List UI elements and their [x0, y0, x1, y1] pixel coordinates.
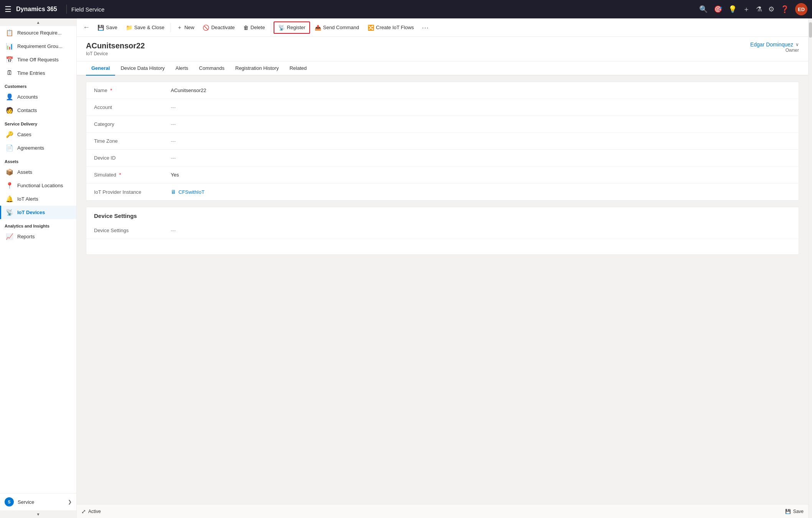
value-category[interactable]: --- [171, 121, 791, 127]
sidebar-item-iot-devices[interactable]: 📡 IoT Devices [0, 206, 76, 219]
settings-icon[interactable]: ⚙ [768, 5, 774, 13]
deactivate-icon: 🚫 [203, 25, 209, 31]
sidebar-item-label: Agreements [17, 145, 44, 151]
sidebar-item-label: Contacts [17, 107, 37, 113]
tab-related[interactable]: Related [284, 61, 312, 76]
more-options-button[interactable]: ⋯ [419, 21, 432, 34]
lightbulb-icon[interactable]: 💡 [728, 5, 737, 13]
contacts-icon: 🧑 [6, 107, 13, 114]
tab-registration-history[interactable]: Registration History [230, 61, 284, 76]
sidebar-item-resource-req[interactable]: 📋 Resource Require... [0, 26, 76, 40]
owner-name[interactable]: Edgar Dominquez [750, 41, 793, 48]
scroll-thumb[interactable] [809, 22, 812, 38]
form-row-category: Category --- [86, 116, 799, 133]
sidebar-item-functional-locations[interactable]: 📍 Functional Locations [0, 179, 76, 192]
sidebar-item-label: Time Entries [17, 70, 45, 76]
sidebar-item-label: Requirement Grou... [17, 43, 63, 49]
sidebar-item-service-label: Service [18, 499, 34, 505]
sidebar-item-cases[interactable]: 🔑 Cases [0, 128, 76, 141]
nav-icons: 🔍 🎯 💡 ＋ ⚗ ⚙ ❓ ED [699, 3, 807, 15]
form-row-account: Account --- [86, 99, 799, 116]
add-icon[interactable]: ＋ [743, 5, 750, 14]
functional-locations-icon: 📍 [6, 182, 13, 189]
sidebar-item-time-entries[interactable]: 🗓 Time Entries [0, 66, 76, 79]
sidebar-item-iot-alerts[interactable]: 🔔 IoT Alerts [0, 192, 76, 206]
sidebar-item-label: IoT Alerts [17, 196, 38, 202]
value-account[interactable]: --- [171, 104, 791, 110]
cases-icon: 🔑 [6, 131, 13, 138]
hamburger-menu-icon[interactable]: ☰ [5, 5, 12, 14]
label-name: Name * [94, 87, 171, 93]
app-name: Field Service [71, 6, 105, 13]
value-name[interactable]: ACunitsensor22 [171, 87, 791, 93]
search-icon[interactable]: 🔍 [699, 5, 708, 13]
form-area: Name * ACunitsensor22 Account --- Catego… [77, 76, 808, 504]
sidebar-item-label: IoT Devices [17, 210, 45, 215]
deactivate-button[interactable]: 🚫 Deactivate [199, 22, 238, 33]
delete-button[interactable]: 🗑 Delete [239, 22, 269, 33]
sidebar-item-accounts[interactable]: 👤 Accounts [0, 90, 76, 104]
required-indicator-name: * [110, 87, 112, 93]
label-device-settings: Device Settings [94, 228, 171, 233]
create-iot-flows-button[interactable]: 🔀 Create IoT Flows [364, 22, 418, 33]
sidebar-scroll-down[interactable]: ▼ [0, 510, 76, 518]
label-timezone: Time Zone [94, 138, 171, 144]
value-timezone[interactable]: --- [171, 138, 791, 144]
sidebar-item-assets[interactable]: 📦 Assets [0, 165, 76, 179]
owner-chevron-icon[interactable]: ∨ [795, 42, 799, 47]
sidebar-scroll-up[interactable]: ▲ [0, 18, 76, 26]
resource-req-icon: 📋 [6, 29, 13, 36]
value-device-id[interactable]: --- [171, 155, 791, 161]
sidebar-item-time-off-requests[interactable]: 📅 Time Off Requests [0, 53, 76, 66]
status-expand-icon[interactable]: ⤢ [81, 508, 86, 515]
sidebar-item-requirement-group[interactable]: 📊 Requirement Grou... [0, 40, 76, 53]
help-icon[interactable]: ❓ [781, 5, 789, 13]
reports-icon: 📈 [6, 233, 13, 240]
accounts-icon: 👤 [6, 93, 13, 101]
time-off-icon: 📅 [6, 56, 13, 63]
status-save-button[interactable]: 💾 Save [785, 509, 804, 514]
back-button[interactable]: ← [80, 21, 93, 34]
sidebar-item-service[interactable]: S Service ❯ [0, 493, 76, 510]
sidebar-section-service-delivery: 🔑 Cases 📄 Agreements [0, 128, 76, 155]
sidebar-item-contacts[interactable]: 🧑 Contacts [0, 104, 76, 117]
delete-icon: 🗑 [243, 25, 249, 31]
register-icon: 📡 [278, 25, 285, 31]
value-simulated[interactable]: Yes [171, 172, 791, 178]
value-device-settings[interactable]: --- [171, 228, 791, 233]
value-iot-provider[interactable]: 🖥 CFSwithIoT [171, 189, 791, 195]
service-avatar: S [5, 497, 14, 506]
toolbar-sep-2 [271, 23, 271, 32]
sidebar-item-reports[interactable]: 📈 Reports [0, 230, 76, 243]
required-indicator-simulated: * [119, 172, 121, 178]
register-button[interactable]: 📡 Register [274, 21, 310, 34]
sidebar-item-label: Time Off Requests [17, 57, 59, 63]
label-account: Account [94, 104, 171, 110]
target-icon[interactable]: 🎯 [714, 5, 722, 13]
record-info: ACunitsensor22 IoT Device [86, 41, 145, 56]
sidebar-item-agreements[interactable]: 📄 Agreements [0, 141, 76, 155]
sidebar-section-scheduling: 📋 Resource Require... 📊 Requirement Grou… [0, 26, 76, 79]
iot-alerts-icon: 🔔 [6, 195, 13, 203]
form-row-device-settings: Device Settings --- [86, 222, 799, 239]
tab-commands[interactable]: Commands [194, 61, 230, 76]
sidebar: ▲ 📋 Resource Require... 📊 Requirement Gr… [0, 18, 77, 518]
iot-devices-icon: 📡 [6, 209, 13, 216]
filter-icon[interactable]: ⚗ [756, 5, 762, 13]
tab-general[interactable]: General [86, 61, 115, 76]
user-avatar[interactable]: ED [795, 3, 807, 15]
form-row-iot-provider: IoT Provider Instance 🖥 CFSwithIoT [86, 183, 799, 200]
record-title: ACunitsensor22 [86, 41, 145, 50]
new-button[interactable]: ＋ New [173, 22, 198, 33]
sidebar-item-label: Functional Locations [17, 183, 63, 188]
save-close-button[interactable]: 📁 Save & Close [122, 22, 168, 33]
status-save-icon: 💾 [785, 509, 791, 514]
time-entries-icon: 🗓 [6, 69, 13, 76]
send-command-button[interactable]: 📤 Send Command [311, 22, 363, 33]
tab-alerts[interactable]: Alerts [170, 61, 193, 76]
status-save-label: Save [793, 509, 804, 514]
top-navigation: ☰ Dynamics 365 Field Service 🔍 🎯 💡 ＋ ⚗ ⚙… [0, 0, 812, 18]
service-chevron-icon: ❯ [68, 499, 72, 505]
save-button[interactable]: 💾 Save [94, 22, 121, 33]
tab-device-data-history[interactable]: Device Data History [115, 61, 170, 76]
